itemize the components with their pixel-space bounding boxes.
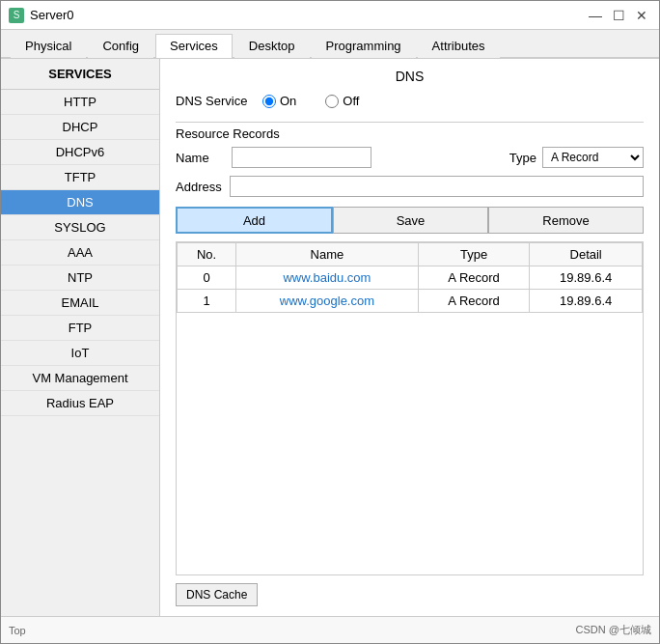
address-input[interactable] bbox=[230, 176, 644, 197]
save-button[interactable]: Save bbox=[333, 207, 488, 234]
tab-desktop[interactable]: Desktop bbox=[234, 34, 310, 58]
cell-no: 1 bbox=[178, 290, 236, 313]
col-header-no: No. bbox=[178, 243, 236, 266]
table-row[interactable]: 1 www.google.com A Record 19.89.6.4 bbox=[178, 290, 643, 313]
cell-detail: 19.89.6.4 bbox=[530, 266, 643, 290]
main-window: S Server0 — ☐ ✕ Physical Config Services… bbox=[0, 0, 660, 644]
sidebar: SERVICES HTTP DHCP DHCPv6 TFTP DNS SYSLO… bbox=[1, 59, 160, 616]
radio-off-text: Off bbox=[343, 94, 359, 108]
tab-attributes[interactable]: Attributes bbox=[418, 34, 500, 58]
cell-name[interactable]: www.google.com bbox=[235, 290, 418, 313]
tab-programming[interactable]: Programming bbox=[312, 34, 416, 58]
minimize-button[interactable]: — bbox=[586, 6, 605, 25]
panel-title: DNS bbox=[176, 69, 644, 84]
sidebar-item-email[interactable]: EMAIL bbox=[1, 291, 159, 316]
type-group: Type A Record AAAA Record CNAME NS MX bbox=[509, 147, 644, 168]
sidebar-scroll[interactable]: HTTP DHCP DHCPv6 TFTP DNS SYSLOG AAA NTP… bbox=[1, 90, 159, 616]
main-content: SERVICES HTTP DHCP DHCPv6 TFTP DNS SYSLO… bbox=[1, 59, 659, 616]
radio-off-input[interactable] bbox=[325, 95, 339, 108]
sidebar-item-ntp[interactable]: NTP bbox=[1, 266, 159, 291]
name-input[interactable] bbox=[232, 147, 371, 168]
dns-table-wrapper: No. Name Type Detail 0 www.baidu.com A R… bbox=[176, 241, 644, 575]
sidebar-item-dhcpv6[interactable]: DHCPv6 bbox=[1, 140, 159, 165]
bottom-right-text: CSDN @七倾城 bbox=[576, 623, 651, 637]
sidebar-item-syslog[interactable]: SYSLOG bbox=[1, 215, 159, 240]
type-select[interactable]: A Record AAAA Record CNAME NS MX bbox=[542, 147, 644, 168]
sidebar-item-radius-eap[interactable]: Radius EAP bbox=[1, 391, 159, 416]
cell-type: A Record bbox=[418, 266, 529, 290]
tab-services[interactable]: Services bbox=[155, 34, 233, 58]
sidebar-item-iot[interactable]: IoT bbox=[1, 341, 159, 366]
address-label: Address bbox=[176, 180, 224, 194]
dns-cache-button[interactable]: DNS Cache bbox=[176, 583, 258, 606]
name-type-row: Name Type A Record AAAA Record CNAME NS … bbox=[176, 147, 644, 168]
col-header-detail: Detail bbox=[530, 243, 643, 266]
window-controls: — ☐ ✕ bbox=[586, 6, 651, 25]
maximize-button[interactable]: ☐ bbox=[609, 6, 628, 25]
name-label: Name bbox=[176, 151, 224, 165]
remove-button[interactable]: Remove bbox=[488, 207, 644, 234]
close-button[interactable]: ✕ bbox=[632, 6, 651, 25]
cell-detail: 19.89.6.4 bbox=[530, 290, 643, 313]
sidebar-header: SERVICES bbox=[1, 59, 159, 90]
title-bar: S Server0 — ☐ ✕ bbox=[1, 1, 659, 30]
bottom-left-text: Top bbox=[9, 625, 26, 636]
type-label: Type bbox=[509, 151, 536, 165]
sidebar-item-aaa[interactable]: AAA bbox=[1, 240, 159, 266]
col-header-type: Type bbox=[418, 243, 529, 266]
tab-physical[interactable]: Physical bbox=[11, 34, 86, 58]
action-buttons: Add Save Remove bbox=[176, 207, 644, 234]
radio-group: On Off bbox=[262, 94, 359, 108]
panel-bottom: No. Name Type Detail 0 www.baidu.com A R… bbox=[176, 241, 644, 606]
radio-on-label[interactable]: On bbox=[262, 94, 296, 108]
tab-config[interactable]: Config bbox=[88, 34, 153, 58]
cell-name[interactable]: www.baidu.com bbox=[235, 266, 418, 290]
title-bar-left: S Server0 bbox=[9, 8, 74, 23]
sidebar-item-ftp[interactable]: FTP bbox=[1, 316, 159, 341]
window-title: Server0 bbox=[30, 8, 74, 22]
sidebar-item-vm-management[interactable]: VM Management bbox=[1, 366, 159, 391]
right-panel: DNS DNS Service On Off Resource Reco bbox=[160, 59, 659, 616]
tab-bar: Physical Config Services Desktop Program… bbox=[1, 30, 659, 59]
address-row: Address bbox=[176, 176, 644, 197]
resource-records-label: Resource Records bbox=[176, 126, 644, 141]
bottom-bar: Top CSDN @七倾城 bbox=[1, 616, 659, 643]
dns-table: No. Name Type Detail 0 www.baidu.com A R… bbox=[177, 242, 643, 313]
add-button[interactable]: Add bbox=[176, 207, 333, 234]
table-row[interactable]: 0 www.baidu.com A Record 19.89.6.4 bbox=[178, 266, 643, 290]
sidebar-item-dns[interactable]: DNS bbox=[1, 190, 159, 215]
dns-service-label: DNS Service bbox=[176, 94, 262, 108]
sidebar-item-dhcp[interactable]: DHCP bbox=[1, 115, 159, 140]
radio-on-input[interactable] bbox=[262, 95, 276, 108]
sidebar-item-http[interactable]: HTTP bbox=[1, 90, 159, 115]
dns-service-row: DNS Service On Off bbox=[176, 94, 644, 108]
col-header-name: Name bbox=[235, 243, 418, 266]
app-icon: S bbox=[9, 8, 24, 23]
radio-on-text: On bbox=[280, 94, 296, 108]
radio-off-label[interactable]: Off bbox=[325, 94, 359, 108]
sidebar-item-tftp[interactable]: TFTP bbox=[1, 165, 159, 190]
cell-no: 0 bbox=[178, 266, 236, 290]
cell-type: A Record bbox=[418, 290, 529, 313]
